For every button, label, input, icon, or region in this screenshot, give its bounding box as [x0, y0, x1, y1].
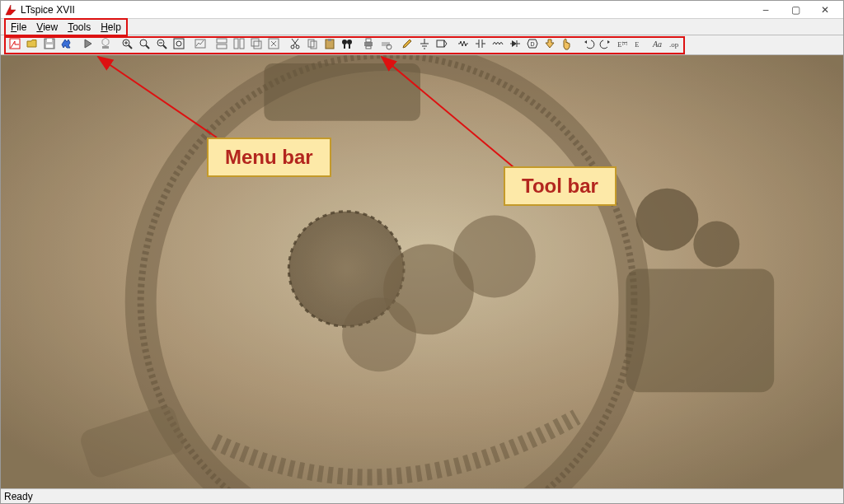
- toolbar: DEEEEAa.op: [1, 35, 843, 55]
- zoom-out-button[interactable]: [152, 37, 170, 54]
- cascade-button[interactable]: [247, 37, 265, 54]
- paste-icon: [323, 37, 336, 53]
- svg-rect-71: [1, 55, 843, 488]
- close-icon: ✕: [821, 4, 829, 16]
- undo-button[interactable]: [579, 37, 597, 54]
- text-button[interactable]: Aa: [649, 37, 666, 54]
- menu-help[interactable]: Help: [96, 20, 126, 35]
- svg-rect-4: [102, 46, 109, 49]
- svg-rect-37: [382, 42, 390, 46]
- tile-v-button[interactable]: [230, 37, 247, 54]
- copy-icon: [306, 37, 319, 53]
- rotate-button[interactable]: EE: [614, 37, 631, 54]
- app-icon: [4, 3, 17, 16]
- tile-h-icon: [215, 37, 228, 53]
- mirror-button[interactable]: EE: [631, 37, 649, 54]
- svg-rect-14: [174, 39, 184, 49]
- cascade-icon: [250, 37, 263, 53]
- menu-file-rest: ile: [16, 21, 26, 33]
- svg-rect-21: [251, 39, 259, 46]
- titlebar: LTspice XVII – ▢ ✕: [1, 1, 843, 19]
- maximize-button[interactable]: ▢: [781, 1, 810, 19]
- open-button[interactable]: [23, 37, 40, 54]
- pan-button[interactable]: [135, 37, 152, 54]
- halt-icon: [99, 37, 112, 53]
- menu-tools[interactable]: Tools: [63, 20, 96, 35]
- cut-button[interactable]: [286, 37, 303, 54]
- spice-directive-icon: .op: [668, 37, 682, 53]
- svg-point-15: [176, 41, 181, 46]
- new-schematic-button[interactable]: [6, 37, 23, 54]
- background-image: [1, 55, 843, 488]
- move-button[interactable]: [541, 37, 558, 54]
- pencil-button[interactable]: [398, 37, 415, 54]
- diode-button[interactable]: [506, 37, 523, 54]
- autorange-button[interactable]: [191, 37, 209, 54]
- close-all-icon: [267, 37, 280, 53]
- undo-icon: [582, 37, 595, 53]
- capacitor-icon: [474, 37, 487, 53]
- save-icon: [43, 37, 56, 53]
- copy-button[interactable]: [303, 37, 321, 54]
- svg-rect-19: [234, 39, 238, 49]
- capacitor-button[interactable]: [471, 37, 489, 54]
- svg-line-10: [146, 45, 149, 49]
- resistor-button[interactable]: [454, 37, 471, 54]
- label-button[interactable]: [433, 37, 450, 54]
- svg-rect-20: [240, 39, 244, 49]
- svg-rect-22: [254, 41, 261, 49]
- cut-icon: [288, 37, 302, 53]
- component-button[interactable]: D: [523, 37, 541, 54]
- redo-button[interactable]: [597, 37, 614, 54]
- svg-point-31: [347, 40, 352, 44]
- svg-text:.op: .op: [669, 40, 679, 49]
- zoom-full-button[interactable]: [170, 37, 187, 54]
- ground-button[interactable]: [415, 37, 433, 54]
- close-all-button[interactable]: [265, 37, 282, 54]
- menubar: File View Tools Help: [1, 19, 843, 35]
- svg-rect-18: [217, 44, 227, 49]
- redo-icon: [599, 37, 612, 53]
- print-icon: [362, 37, 375, 53]
- print-button[interactable]: [359, 37, 377, 54]
- ground-icon: [418, 37, 431, 53]
- save-button[interactable]: [40, 37, 58, 54]
- svg-text:E: E: [635, 40, 640, 49]
- menu-view[interactable]: View: [31, 20, 63, 35]
- menu-tools-rest: ools: [73, 21, 91, 33]
- paste-button[interactable]: [321, 37, 338, 54]
- minimize-button[interactable]: –: [751, 1, 781, 19]
- print-setup-icon: [379, 37, 392, 53]
- maximize-icon: ▢: [791, 4, 800, 16]
- run-button[interactable]: [79, 37, 96, 54]
- menubar-items: File View Tools Help: [6, 20, 126, 35]
- close-button[interactable]: ✕: [810, 1, 840, 19]
- run-icon: [82, 37, 95, 53]
- drag-button[interactable]: [558, 37, 575, 54]
- inductor-icon: [491, 37, 504, 53]
- svg-rect-43: [437, 40, 444, 47]
- spice-directive-button[interactable]: .op: [666, 37, 683, 54]
- tile-h-button[interactable]: [213, 37, 230, 54]
- svg-text:D: D: [530, 41, 534, 47]
- control-panel-button[interactable]: [58, 37, 75, 54]
- print-setup-button[interactable]: [377, 37, 394, 54]
- svg-text:E: E: [621, 41, 629, 46]
- zoom-in-icon: [120, 37, 134, 53]
- find-button[interactable]: [338, 37, 355, 54]
- svg-rect-3: [46, 44, 53, 48]
- svg-point-25: [296, 45, 299, 49]
- halt-button[interactable]: [96, 37, 114, 54]
- mirror-icon: EE: [634, 37, 647, 53]
- pencil-icon: [401, 37, 414, 53]
- svg-point-9: [140, 40, 147, 46]
- label-icon: [435, 37, 448, 53]
- svg-line-12: [163, 45, 166, 49]
- inductor-button[interactable]: [489, 37, 506, 54]
- find-icon: [340, 37, 354, 53]
- annotation-toolbar-label: Tool bar: [504, 166, 617, 206]
- svg-point-24: [291, 45, 294, 49]
- zoom-in-button[interactable]: [118, 37, 135, 54]
- menu-file[interactable]: File: [6, 20, 31, 35]
- control-panel-icon: [60, 37, 73, 53]
